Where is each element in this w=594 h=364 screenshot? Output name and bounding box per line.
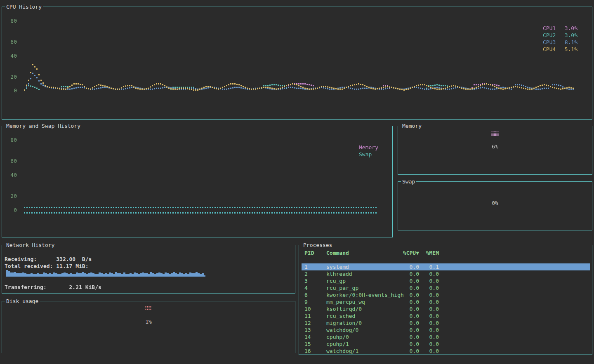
gauge-dot <box>149 309 150 310</box>
gauge-dot <box>149 306 150 307</box>
process-command: watchdog/1 <box>326 348 397 355</box>
cpu-legend-value: 8.1% <box>565 39 578 46</box>
cpu-legend-label: CPU3 <box>543 39 556 46</box>
cpu-legend-item: CPU13.0% <box>543 25 578 32</box>
gauge-dot <box>492 132 493 132</box>
column-header-pid[interactable]: PID <box>304 249 326 256</box>
process-row[interactable]: 10ksoftirqd/00.00.0 <box>302 305 590 312</box>
memory-swap-history-chart <box>2 126 392 237</box>
process-pid: 16 <box>304 348 326 355</box>
gauge-dot <box>146 309 146 310</box>
gauge-dot <box>147 306 148 307</box>
column-header-command[interactable]: Command <box>326 249 397 256</box>
process-row[interactable]: 13watchdog/00.00.0 <box>302 326 590 333</box>
process-row[interactable]: 12migration/00.00.0 <box>302 319 590 326</box>
process-cpu: 0.0 <box>397 263 419 270</box>
process-command: cpuhp/1 <box>326 341 397 348</box>
gauge-dot <box>495 135 496 136</box>
process-cpu: 0.0 <box>397 270 419 277</box>
network-transferring-text: Transferring: 2.21 KiB/s <box>5 284 101 291</box>
process-row[interactable]: 3rcu_gp0.00.0 <box>302 277 590 284</box>
process-row[interactable]: 14cpuhp/00.00.0 <box>302 333 590 341</box>
process-pid: 13 <box>304 326 326 333</box>
gauge-dot <box>151 309 151 310</box>
process-mem: 0.1 <box>419 263 439 270</box>
cpu-legend-item: CPU23.0% <box>543 32 578 39</box>
process-row[interactable]: 9mm_percpu_wq0.00.0 <box>302 298 590 305</box>
y-axis-tick: 80 <box>2 137 17 143</box>
gauge-dot <box>493 135 494 136</box>
network-history-panel: Network History Receiving: 332.00 B/s To… <box>2 245 295 294</box>
process-table-rows: 1systemd0.00.12kthreadd0.00.03rcu_gp0.00… <box>302 263 590 355</box>
processes-panel-title: Processes <box>302 242 333 248</box>
cpu-history-panel: CPU History 806040200 CPU13.0%CPU23.0%CP… <box>2 7 592 120</box>
memory-usage-value: 6% <box>398 143 592 150</box>
process-cpu: 0.0 <box>397 319 419 326</box>
gauge-dot <box>495 133 496 134</box>
process-mem: 0.0 <box>419 284 439 291</box>
process-mem: 0.0 <box>419 305 439 312</box>
gauge-dot <box>492 135 493 136</box>
process-row[interactable]: 11rcu_sched0.00.0 <box>302 312 590 319</box>
gauge-dot <box>494 132 495 132</box>
process-mem: 0.0 <box>419 333 439 341</box>
process-mem: 0.0 <box>419 298 439 305</box>
process-pid: 10 <box>304 305 326 312</box>
gauge-dot <box>494 133 495 134</box>
process-pid: 11 <box>304 312 326 319</box>
memory-swap-legend-item: Memory <box>359 144 378 151</box>
y-axis-tick: 0 <box>2 207 17 214</box>
y-axis-tick: 60 <box>2 158 17 164</box>
gauge-dot <box>146 306 146 307</box>
process-mem: 0.0 <box>419 341 439 348</box>
column-header-cpu-sort[interactable]: %CPU▼ <box>397 249 419 256</box>
process-row[interactable]: 6kworker/0:0H-events_high0.00.0 <box>302 291 590 298</box>
y-axis-tick: 0 <box>2 87 17 94</box>
gauge-dot <box>151 308 151 308</box>
cpu-legend-value: 3.0% <box>565 25 578 32</box>
process-command: rcu_gp <box>326 277 397 284</box>
process-pid: 15 <box>304 341 326 348</box>
gauge-dot <box>492 133 493 134</box>
process-pid: 2 <box>304 270 326 277</box>
process-row[interactable]: 15cpuhp/10.00.0 <box>302 341 590 348</box>
process-mem: 0.0 <box>419 312 439 319</box>
cpu-legend-item: CPU45.1% <box>543 46 578 53</box>
memory-gauge-panel-title: Memory <box>401 123 423 129</box>
gauge-dot <box>493 134 494 135</box>
process-pid: 6 <box>304 291 326 298</box>
memory-usage-gauge <box>492 132 499 136</box>
cpu-legend-label: CPU4 <box>543 46 556 53</box>
process-pid: 4 <box>304 284 326 291</box>
process-cpu: 0.0 <box>397 291 419 298</box>
cpu-legend-label: CPU2 <box>543 32 556 39</box>
gauge-dot <box>497 133 497 134</box>
y-axis-tick: 20 <box>2 193 17 200</box>
process-row[interactable]: 1systemd0.00.1 <box>302 263 590 270</box>
gauge-dot <box>498 133 499 134</box>
y-axis-tick: 40 <box>2 53 17 59</box>
process-command: ksoftirqd/0 <box>326 305 397 312</box>
process-row[interactable]: 16watchdog/10.00.0 <box>302 348 590 355</box>
gauge-dot <box>146 308 146 308</box>
column-header-mem[interactable]: %MEM <box>419 249 439 256</box>
gauge-dot <box>151 306 151 307</box>
process-cpu: 0.0 <box>397 312 419 319</box>
process-row[interactable]: 2kthreadd0.00.0 <box>302 270 590 277</box>
gauge-dot <box>497 135 497 136</box>
y-axis-tick: 20 <box>2 74 17 80</box>
disk-usage-panel: Disk usage 1% <box>2 301 295 353</box>
memory-swap-history-panel: Memory and Swap History 806040200 Memory… <box>2 126 393 237</box>
process-pid: 9 <box>304 298 326 305</box>
disk-usage-value: 1% <box>2 319 295 325</box>
process-cpu: 0.0 <box>397 341 419 348</box>
process-command: watchdog/0 <box>326 326 397 333</box>
process-cpu: 0.0 <box>397 298 419 305</box>
process-pid: 14 <box>304 333 326 341</box>
gauge-dot <box>495 132 496 132</box>
process-cpu: 0.0 <box>397 326 419 333</box>
gauge-dot <box>495 134 496 135</box>
process-row[interactable]: 4rcu_par_gp0.00.0 <box>302 284 590 291</box>
process-command: kworker/0:0H-events_high <box>326 291 397 298</box>
process-mem: 0.0 <box>419 270 439 277</box>
